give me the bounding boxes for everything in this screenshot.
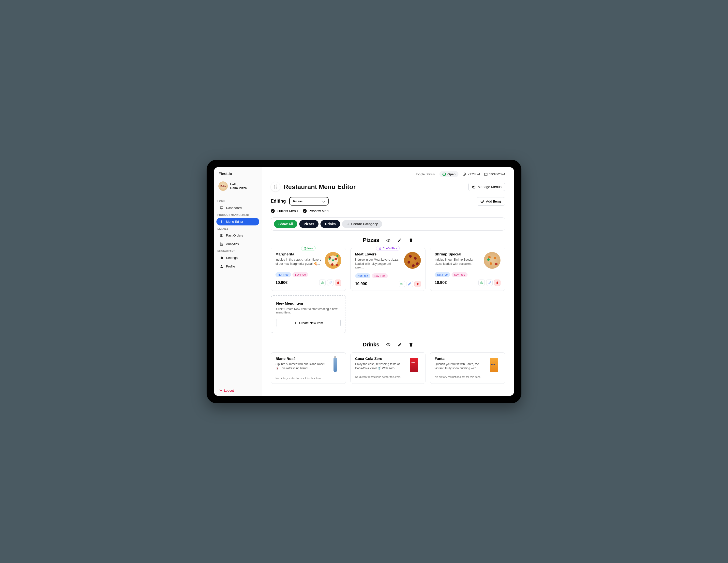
view-button[interactable]	[319, 280, 326, 286]
eye-icon	[480, 281, 483, 284]
page-title: Restaurant Menu Editor	[284, 183, 356, 191]
clock-icon	[462, 172, 466, 176]
preview-menu-radio[interactable]: Preview Menu	[303, 209, 331, 213]
chef-icon	[379, 247, 382, 250]
eye-icon[interactable]	[386, 342, 391, 347]
delete-button[interactable]	[494, 280, 501, 286]
edit-button[interactable]	[486, 280, 493, 286]
item-price: 10.90€	[355, 282, 367, 286]
section-head-pizzas: Pizzas	[271, 237, 505, 244]
profile-greeting: Hello,	[230, 183, 247, 186]
svg-point-10	[402, 284, 403, 285]
item-title: Fanta	[435, 356, 484, 361]
status-toggle[interactable]: Open	[440, 171, 458, 177]
sidebar-item-label: Dashboard	[226, 206, 242, 210]
trash-icon[interactable]	[409, 238, 413, 243]
sidebar-item-label: Profile	[226, 265, 235, 268]
sidebar-item-dashboard[interactable]: Dashboard	[216, 204, 259, 212]
item-image	[329, 356, 341, 373]
eye-icon	[400, 282, 404, 286]
eye-icon[interactable]	[386, 238, 391, 243]
badge-new: New	[301, 246, 316, 251]
menu-card: Chef's Pick Meat Lovers Indulge in our M…	[350, 248, 426, 291]
pencil-icon	[408, 282, 411, 286]
delete-button[interactable]	[335, 280, 341, 286]
gear-icon	[220, 256, 224, 260]
filter-bar: Show All Pizzas Drinks Create Category	[271, 217, 505, 231]
table-icon	[220, 234, 224, 237]
sidebar-item-analytics[interactable]: Analytics	[216, 240, 259, 248]
create-new-item-button[interactable]: Create New Item	[276, 318, 341, 327]
trash-icon	[416, 282, 419, 285]
time-display: 21:28:24	[462, 172, 480, 176]
logout-icon	[218, 389, 222, 392]
plus-icon	[294, 321, 297, 325]
item-title: Blanc Rosé	[275, 356, 326, 361]
select-value: Pizzas	[293, 200, 303, 203]
edit-button[interactable]	[407, 281, 413, 287]
item-desc: Indulge in the classic Italian flavors o…	[275, 258, 322, 266]
svg-point-12	[388, 344, 389, 345]
calendar-icon	[484, 172, 488, 176]
profile-name: Bella Pizza	[230, 186, 247, 190]
tag: Nut Free	[275, 272, 291, 277]
trash-icon	[337, 281, 340, 284]
menu-card: Shrimp Special Indulge in our Shrimp Spe…	[430, 248, 505, 291]
pencil-icon	[329, 281, 332, 284]
filter-show-all[interactable]: Show All	[274, 220, 297, 228]
monitor-icon	[220, 206, 224, 210]
diet-none: No dietary restrictions set for this ite…	[355, 375, 421, 378]
check-circle-icon	[442, 173, 446, 176]
trash-icon	[496, 281, 499, 284]
sidebar-item-label: Analytics	[226, 242, 239, 246]
section-title: Pizzas	[363, 237, 379, 244]
sidebar: Fiest.io Bella Hello, Bella Pizza HOME D…	[214, 167, 262, 396]
manage-menus-button[interactable]: Manage Menus	[468, 183, 505, 191]
utensils-icon: 🍴	[271, 182, 280, 192]
sidebar-item-settings[interactable]: Settings	[216, 254, 259, 262]
logout-button[interactable]: Logout	[218, 389, 257, 392]
avatar: Bella	[218, 182, 228, 191]
view-button[interactable]	[478, 280, 485, 286]
sidebar-item-past-orders[interactable]: Past Orders	[216, 232, 259, 239]
main-content: Toggle Status: Open 21:28:24 10/10/2024 …	[262, 167, 514, 396]
sidebar-item-label: Menu Editor	[226, 220, 243, 224]
diet-none: No dietary restrictions set for this ite…	[275, 377, 341, 379]
chart-icon	[220, 242, 224, 246]
item-image	[410, 358, 418, 372]
brand-logo: Fiest.io	[214, 172, 262, 180]
diet-none: No dietary restrictions set for this ite…	[435, 375, 501, 378]
item-image	[325, 252, 341, 269]
filter-drinks[interactable]: Drinks	[320, 220, 340, 228]
menu-card: Coca-Cola Zero Enjoy the crisp, refreshi…	[350, 352, 426, 384]
check-icon	[303, 209, 307, 213]
menu-card: New Margherita Indulge in the classic It…	[271, 248, 346, 291]
item-image	[484, 252, 501, 269]
logout-label: Logout	[224, 389, 234, 392]
item-desc: Quench your thirst with Fanta, the vibra…	[435, 362, 484, 370]
tag: Soy Free	[372, 274, 388, 278]
section-head-drinks: Drinks	[271, 341, 505, 348]
trash-icon[interactable]	[409, 342, 413, 347]
clock-icon	[304, 247, 306, 250]
sidebar-item-profile[interactable]: Profile	[216, 263, 259, 270]
view-button[interactable]	[399, 281, 405, 287]
utensils-icon	[220, 220, 224, 224]
current-menu-radio[interactable]: Current Menu	[271, 209, 298, 213]
edit-icon[interactable]	[397, 342, 402, 347]
item-desc: Enjoy the crisp, refreshing taste of Coc…	[355, 362, 405, 370]
create-category-button[interactable]: Create Category	[342, 220, 382, 228]
edit-button[interactable]	[327, 280, 334, 286]
menu-card: Fanta Quench your thirst with Fanta, the…	[430, 352, 505, 384]
svg-point-2	[221, 265, 222, 267]
tag: Nut Free	[355, 274, 371, 278]
category-select[interactable]: Pizzas	[289, 197, 329, 206]
delete-button[interactable]	[414, 281, 421, 287]
edit-icon[interactable]	[397, 238, 402, 243]
filter-pizzas[interactable]: Pizzas	[299, 220, 319, 228]
svg-rect-0	[220, 207, 223, 209]
sidebar-item-menu-editor[interactable]: Menu Editor	[216, 218, 259, 226]
list-icon	[472, 185, 476, 189]
add-items-button[interactable]: Add Items	[477, 197, 505, 206]
profile-block[interactable]: Bella Hello, Bella Pizza	[214, 180, 262, 195]
